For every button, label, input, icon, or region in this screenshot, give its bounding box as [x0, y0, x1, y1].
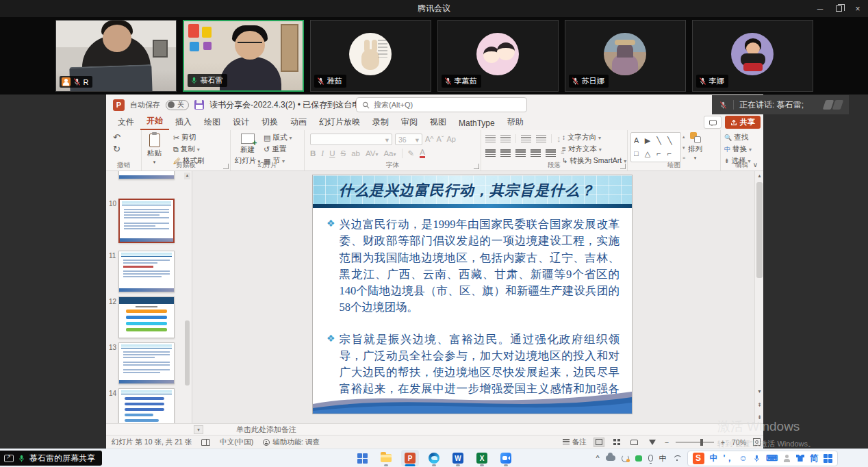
participant-tile-surina[interactable]: 苏日娜 — [565, 20, 686, 92]
font-color-button[interactable]: A — [420, 149, 425, 157]
mic-muted-icon[interactable] — [719, 101, 728, 110]
reset-button[interactable]: ↺重置 — [264, 144, 292, 154]
gallery-more-icon[interactable]: ≡ — [682, 155, 685, 160]
participant-tile-yaru[interactable]: 雅茹 — [310, 20, 431, 92]
tab-help[interactable]: 帮助 — [501, 114, 530, 130]
search-input[interactable]: 搜索(Alt+Q) — [356, 97, 527, 112]
numbering-button[interactable] — [500, 135, 511, 142]
comments-button[interactable] — [704, 116, 722, 129]
excel-button[interactable]: X — [473, 450, 491, 466]
minimize-icon[interactable]: ─ — [815, 4, 825, 14]
autosave-toggle[interactable]: 关 — [166, 100, 189, 110]
emoji-icon[interactable]: ☺ — [739, 453, 747, 463]
reading-view-button[interactable] — [629, 438, 640, 447]
word-button[interactable]: W — [449, 450, 467, 466]
copy-button[interactable]: ⧉复制▾ — [173, 144, 205, 154]
slide-thumbnail[interactable] — [118, 296, 175, 338]
align-left-button[interactable] — [485, 149, 496, 157]
current-slide[interactable]: 什么是兴边富民行动，其宗旨是什么？ ❖ 兴边富民行动，是1999年由国家民委联合… — [312, 175, 633, 414]
notes-placeholder[interactable]: 单击此处添加备注 — [236, 425, 296, 435]
tab-design[interactable]: 设计 — [227, 114, 255, 130]
slide-sorter-button[interactable] — [611, 438, 622, 447]
sync-icon[interactable] — [622, 455, 629, 462]
save-icon[interactable] — [194, 100, 204, 110]
next-slide-icon[interactable]: ⇟ — [755, 413, 764, 422]
grow-font-button[interactable]: A^ — [425, 136, 434, 143]
wifi-icon[interactable] — [673, 455, 681, 462]
zoom-slider-thumb[interactable] — [700, 439, 703, 446]
participant-tile-speaker[interactable]: 慕石雷 — [183, 20, 304, 92]
restore-icon[interactable] — [836, 5, 842, 12]
arrange-button[interactable]: 排列 ▾ — [688, 132, 702, 162]
participant-tile-lina[interactable]: 李娜 — [692, 20, 813, 92]
tab-insert[interactable]: 插入 — [169, 114, 198, 130]
accessibility-status[interactable]: 辅助功能: 调查 — [263, 438, 320, 447]
virtual-keyboard-icon[interactable]: ⌨ — [766, 453, 778, 463]
normal-view-button[interactable] — [593, 438, 604, 447]
collapse-ribbon-icon[interactable]: ∨ — [753, 161, 758, 168]
sogou-logo-icon[interactable]: S — [693, 453, 704, 464]
text-shadow-button[interactable]: ab — [351, 149, 360, 157]
slide-thumbnail[interactable] — [118, 388, 175, 423]
edge-button[interactable] — [425, 450, 443, 466]
tab-file[interactable]: 文件 — [112, 114, 140, 130]
sogou-lang-toggle[interactable]: 中 — [710, 453, 718, 464]
notes-toggle-button[interactable]: 备注 — [563, 438, 587, 447]
tab-review[interactable]: 审阅 — [395, 114, 424, 130]
tab-animations[interactable]: 动画 — [284, 114, 313, 130]
slide-scrollbar[interactable]: ▴ ▾ ⇞ ⇟ — [754, 171, 763, 423]
sogou-punctuation-toggle[interactable]: '， — [724, 453, 734, 464]
undo-icon[interactable]: ↶ — [113, 133, 120, 142]
dialog-launcher-icon[interactable] — [223, 164, 229, 169]
increase-indent-button[interactable] — [536, 135, 546, 142]
distribute-button[interactable] — [546, 149, 556, 157]
meeting-app-button[interactable] — [497, 450, 515, 466]
tab-record[interactable]: 录制 — [366, 114, 395, 130]
zoom-slider[interactable] — [676, 442, 714, 443]
line-spacing-button[interactable]: ↕ — [557, 134, 561, 143]
zoom-out-button[interactable]: − — [665, 438, 669, 446]
italic-button[interactable]: I — [321, 149, 324, 157]
gallery-up-icon[interactable]: ▴ — [682, 134, 685, 140]
align-right-button[interactable] — [515, 149, 526, 157]
decrease-indent-button[interactable] — [521, 135, 531, 142]
sogou-skin-icon[interactable] — [796, 455, 804, 462]
replace-button[interactable]: 中替换▾ — [724, 144, 752, 154]
bullets-button[interactable] — [485, 135, 496, 142]
tab-transitions[interactable]: 切换 — [255, 114, 284, 130]
paste-button[interactable]: 粘贴 ▾ — [147, 134, 162, 164]
sogou-mic-icon[interactable] — [753, 454, 761, 463]
thumbnails-collapse-icon[interactable]: ▾ — [194, 425, 203, 434]
shrink-font-button[interactable]: Aˇ — [437, 136, 444, 143]
scroll-up-icon[interactable]: ▴ — [755, 171, 764, 180]
strikethrough-button[interactable]: S — [340, 149, 346, 157]
previous-slide-icon[interactable]: ⇞ — [755, 401, 764, 409]
powerpoint-taskbar-button[interactable]: P — [401, 450, 419, 466]
file-explorer-button[interactable] — [377, 450, 395, 466]
align-text-button[interactable]: ≡对齐文本▾ — [562, 144, 626, 154]
scroll-up-icon[interactable]: ▴ — [184, 173, 190, 179]
fit-slide-button[interactable] — [753, 438, 761, 446]
language-indicator[interactable]: 中文(中国) — [220, 438, 253, 447]
participant-tile-r[interactable]: R — [55, 20, 177, 92]
spellcheck-icon[interactable] — [201, 439, 210, 446]
tab-draw[interactable]: 绘图 — [198, 114, 227, 130]
slideshow-button[interactable] — [647, 438, 658, 447]
dialog-launcher-icon[interactable] — [474, 164, 479, 169]
participant-tile-lihuiru[interactable]: 李蕙茹 — [437, 20, 559, 92]
scroll-down-icon[interactable]: ▾ — [755, 387, 764, 396]
slide-thumbnail[interactable] — [118, 342, 175, 384]
scrollbar-thumb[interactable] — [756, 182, 763, 278]
sogou-toolbox-icon[interactable] — [824, 454, 832, 463]
document-title[interactable]: 读书分享会-2022.4.3(2) • 已保存到这台电脑 ▾ — [209, 99, 374, 111]
sogou-account-icon[interactable] — [783, 455, 791, 462]
screen-share-banner[interactable]: 慕石雷的屏幕共享 — [0, 451, 102, 466]
zoom-in-button[interactable]: + — [721, 438, 725, 446]
ime-indicator[interactable]: 中 — [659, 453, 667, 464]
find-button[interactable]: 🔍查找 — [724, 133, 752, 142]
zoom-level[interactable]: 70% — [732, 438, 746, 446]
slide-thumbnail-partial[interactable] — [118, 171, 175, 179]
highlight-pen-button[interactable]: ✎ — [408, 149, 415, 158]
redo-icon[interactable]: ↻ — [113, 144, 120, 153]
justify-button[interactable] — [531, 149, 541, 157]
